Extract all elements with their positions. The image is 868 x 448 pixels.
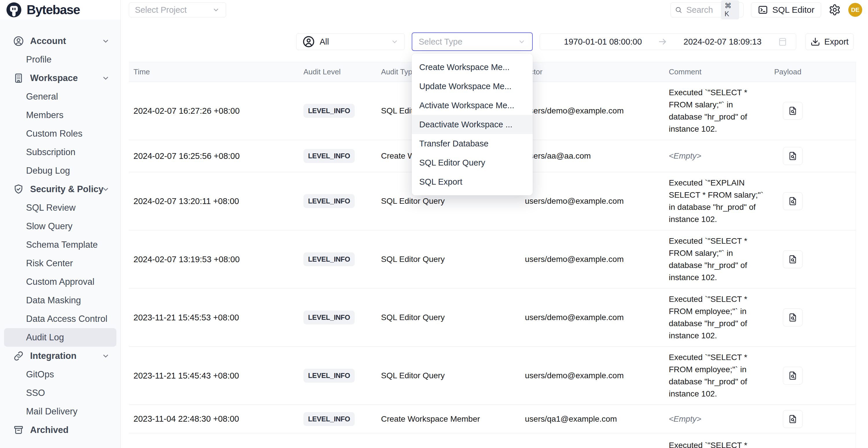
terminal-icon bbox=[758, 5, 768, 15]
column-header-audit-level: Audit Level bbox=[299, 67, 376, 76]
sidebar-item-gitops[interactable]: GitOps bbox=[4, 365, 116, 384]
search-box[interactable]: ⌘ K bbox=[671, 2, 744, 18]
table-row: 2023-11-04 21:06:24 +08:00 LEVEL_INFO SQ… bbox=[129, 433, 856, 448]
audit-level-badge: LEVEL_INFO bbox=[303, 412, 355, 426]
chevron-down-icon bbox=[391, 38, 399, 46]
sidebar-item-account[interactable]: Account bbox=[4, 32, 116, 50]
menu-item-update-workspace-member[interactable]: Update Workspace Me... bbox=[412, 77, 533, 96]
date-to-value[interactable]: 2024-02-07 18:09:13 bbox=[668, 37, 777, 46]
sidebar-item-risk-center[interactable]: Risk Center bbox=[4, 254, 116, 273]
sidebar-item-workspace[interactable]: Workspace bbox=[4, 69, 116, 87]
user-circle-icon bbox=[13, 35, 24, 47]
table-row: 2024-02-07 13:19:53 +08:00 LEVEL_INFO SQ… bbox=[129, 230, 856, 289]
sidebar-item-custom-roles[interactable]: Custom Roles bbox=[4, 124, 116, 143]
menu-item-sql-editor-query[interactable]: SQL Editor Query bbox=[412, 153, 533, 172]
brand-name: Bytebase bbox=[27, 3, 80, 17]
sidebar-item-subscription[interactable]: Subscription bbox=[4, 143, 116, 161]
calendar-icon[interactable] bbox=[777, 36, 788, 47]
sidebar-item-members[interactable]: Members bbox=[4, 106, 116, 124]
chevron-down-icon bbox=[101, 74, 110, 83]
search-icon bbox=[675, 5, 682, 14]
menu-item-transfer-database[interactable]: Transfer Database bbox=[412, 134, 533, 153]
export-button[interactable]: Export bbox=[805, 33, 854, 50]
view-payload-button[interactable] bbox=[783, 309, 803, 326]
user-avatar[interactable]: DE bbox=[848, 3, 862, 17]
file-search-icon bbox=[788, 371, 798, 381]
chevron-down-icon bbox=[101, 352, 110, 360]
file-search-icon bbox=[788, 196, 798, 206]
download-icon bbox=[810, 37, 820, 46]
menu-item-sql-export[interactable]: SQL Export bbox=[412, 172, 533, 191]
shield-check-icon bbox=[13, 184, 24, 195]
arrow-right-icon bbox=[658, 37, 668, 46]
sidebar-item-sql-review[interactable]: SQL Review bbox=[4, 198, 116, 217]
table-row: 2023-11-21 15:45:53 +08:00 LEVEL_INFO SQ… bbox=[129, 289, 856, 347]
sidebar: Bytebase Account Profile Workspace Gener… bbox=[0, 0, 121, 448]
sidebar-item-general[interactable]: General bbox=[4, 87, 116, 106]
audit-level-badge: LEVEL_INFO bbox=[303, 252, 355, 266]
type-filter-dropdown[interactable]: Select Type bbox=[412, 32, 533, 51]
view-payload-button[interactable] bbox=[783, 192, 803, 210]
view-payload-button[interactable] bbox=[783, 367, 803, 385]
view-payload-button[interactable] bbox=[783, 102, 803, 120]
chevron-down-icon bbox=[101, 37, 110, 45]
type-filter-menu: Create Workspace Me... Update Workspace … bbox=[412, 54, 533, 195]
sidebar-item-archived[interactable]: Archived bbox=[4, 421, 116, 439]
actor-filter-dropdown[interactable]: All bbox=[296, 33, 405, 50]
sidebar-item-data-masking[interactable]: Data Masking bbox=[4, 291, 116, 310]
file-search-icon bbox=[788, 254, 798, 264]
user-circle-icon bbox=[302, 35, 315, 48]
view-payload-button[interactable] bbox=[783, 410, 803, 428]
column-header-payload: Payload bbox=[770, 67, 856, 76]
topbar: Select Project ⌘ K SQL Editor DE bbox=[121, 0, 868, 20]
select-project-dropdown[interactable]: Select Project bbox=[129, 2, 226, 18]
file-search-icon bbox=[788, 106, 798, 116]
file-search-icon bbox=[788, 151, 798, 161]
sidebar-item-integration[interactable]: Integration bbox=[4, 347, 116, 365]
sidebar-item-custom-approval[interactable]: Custom Approval bbox=[4, 273, 116, 291]
sidebar-item-profile[interactable]: Profile bbox=[4, 50, 116, 69]
chevron-down-icon bbox=[101, 185, 110, 194]
audit-level-badge: LEVEL_INFO bbox=[303, 311, 355, 324]
search-shortcut-kbd: ⌘ K bbox=[721, 0, 739, 20]
view-payload-button[interactable] bbox=[783, 250, 803, 268]
view-payload-button[interactable] bbox=[783, 147, 803, 165]
sidebar-item-schema-template[interactable]: Schema Template bbox=[4, 235, 116, 254]
column-header-time: Time bbox=[129, 67, 299, 76]
menu-item-deactivate-workspace-member[interactable]: Deactivate Workspace ... bbox=[412, 115, 533, 134]
sidebar-item-mail-delivery[interactable]: Mail Delivery bbox=[4, 402, 116, 421]
column-header-comment: Comment bbox=[664, 67, 770, 76]
sidebar-item-data-access-control[interactable]: Data Access Control bbox=[4, 310, 116, 328]
table-row: 2023-11-04 22:48:30 +08:00 LEVEL_INFO Cr… bbox=[129, 405, 856, 433]
sidebar-item-debug-log[interactable]: Debug Log bbox=[4, 161, 116, 180]
link-icon bbox=[13, 350, 24, 362]
audit-level-badge: LEVEL_INFO bbox=[303, 149, 355, 163]
date-from-value[interactable]: 1970-01-01 08:00:00 bbox=[548, 37, 658, 46]
sql-editor-button[interactable]: SQL Editor bbox=[751, 2, 821, 18]
archive-icon bbox=[13, 424, 24, 436]
main-area: Select Project ⌘ K SQL Editor DE All Sel… bbox=[121, 0, 868, 448]
date-range-picker[interactable]: 1970-01-01 08:00:00 2024-02-07 18:09:13 bbox=[540, 33, 796, 50]
file-search-icon bbox=[788, 313, 798, 322]
sidebar-item-sso[interactable]: SSO bbox=[4, 384, 116, 402]
bytebase-logo-icon bbox=[6, 2, 22, 18]
brand-logo[interactable]: Bytebase bbox=[0, 0, 120, 20]
sidebar-item-audit-log[interactable]: Audit Log bbox=[4, 328, 116, 347]
column-header-actor: Actor bbox=[520, 67, 664, 76]
sidebar-item-security-policy[interactable]: Security & Policy bbox=[4, 180, 116, 198]
audit-level-badge: LEVEL_INFO bbox=[303, 104, 355, 118]
audit-level-badge: LEVEL_INFO bbox=[303, 369, 355, 383]
chevron-down-icon bbox=[212, 6, 220, 14]
menu-item-create-workspace-member[interactable]: Create Workspace Me... bbox=[412, 58, 533, 77]
sidebar-nav: Account Profile Workspace General Member… bbox=[0, 20, 120, 448]
table-row: 2023-11-21 15:45:43 +08:00 LEVEL_INFO SQ… bbox=[129, 347, 856, 405]
file-search-icon bbox=[788, 414, 798, 424]
building-icon bbox=[13, 72, 24, 84]
audit-level-badge: LEVEL_INFO bbox=[303, 194, 355, 208]
menu-item-activate-workspace-member[interactable]: Activate Workspace Me... bbox=[412, 96, 533, 115]
search-input[interactable] bbox=[686, 5, 717, 15]
settings-gear-icon[interactable] bbox=[829, 4, 841, 16]
sidebar-item-slow-query[interactable]: Slow Query bbox=[4, 217, 116, 235]
chevron-down-icon bbox=[518, 38, 526, 46]
